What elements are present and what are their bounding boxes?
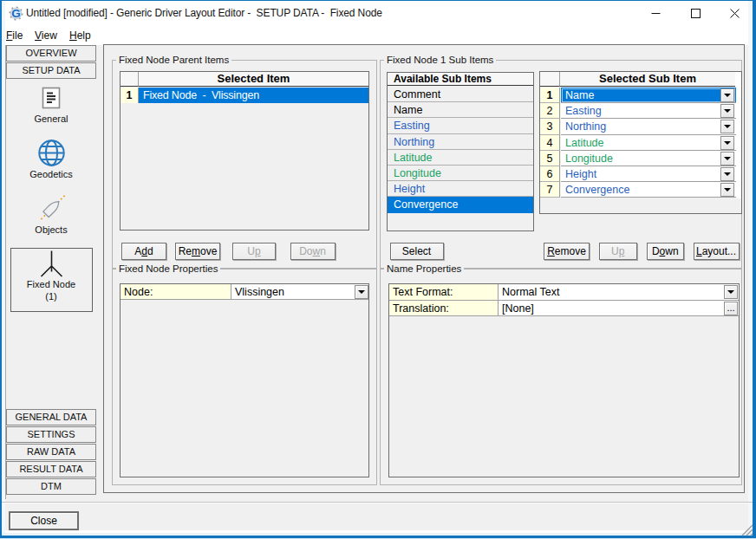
svg-text:G: G xyxy=(11,7,21,20)
